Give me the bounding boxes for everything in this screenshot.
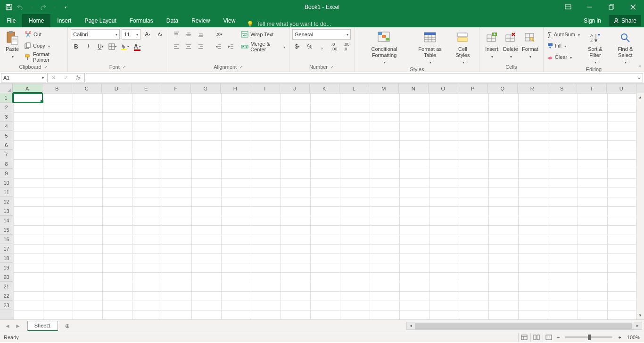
undo-icon[interactable] [15, 2, 25, 12]
delete-cells-dropdown[interactable] [509, 53, 512, 60]
merge-center-button[interactable]: Merge & Center [240, 41, 286, 52]
column-header-J[interactable]: J [280, 84, 310, 93]
tab-formulas[interactable]: Formulas [123, 14, 160, 27]
align-top-button[interactable] [171, 29, 182, 40]
column-header-K[interactable]: K [310, 84, 339, 93]
underline-button[interactable]: U▾ [95, 41, 106, 52]
increase-font-button[interactable]: A▴ [142, 29, 153, 40]
row-header-18[interactable]: 18 [0, 253, 13, 263]
column-header-E[interactable]: E [132, 84, 161, 93]
row-header-9[interactable]: 9 [0, 169, 13, 178]
tab-view[interactable]: View [217, 14, 242, 27]
row-header-17[interactable]: 17 [0, 244, 13, 253]
column-header-Q[interactable]: Q [488, 84, 518, 93]
column-header-D[interactable]: D [102, 84, 132, 93]
enter-formula-button[interactable]: ✓ [60, 74, 72, 81]
format-cells-button[interactable]: Format [520, 29, 540, 60]
increase-decimal-button[interactable]: .0.00 [329, 41, 339, 52]
tab-home[interactable]: Home [22, 14, 50, 27]
merge-dropdown[interactable] [282, 43, 285, 50]
normal-view-button[interactable] [518, 333, 530, 342]
name-box[interactable]: A1▾ [1, 73, 46, 82]
tab-file[interactable]: File [0, 14, 22, 27]
minimize-button[interactable] [579, 0, 601, 14]
row-header-13[interactable]: 13 [0, 206, 13, 216]
paste-dropdown[interactable] [11, 53, 14, 60]
align-right-button[interactable] [196, 41, 206, 52]
tell-me-search[interactable]: 💡 Tell me what you want to do... [242, 21, 336, 27]
cell-styles-dropdown[interactable] [462, 59, 464, 65]
row-header-8[interactable]: 8 [0, 159, 13, 169]
row-header-20[interactable]: 20 [0, 272, 13, 282]
horizontal-scrollbar[interactable]: ◄ ► [406, 322, 642, 330]
conditional-formatting-dropdown[interactable] [383, 59, 386, 65]
clipboard-launcher[interactable]: ⤢ [43, 65, 49, 69]
column-header-T[interactable]: T [577, 84, 607, 93]
scroll-down-button[interactable]: ▼ [636, 311, 644, 319]
delete-cells-button[interactable]: Delete [501, 29, 520, 60]
fill-button[interactable]: Fill [546, 41, 581, 51]
row-header-15[interactable]: 15 [0, 225, 13, 235]
row-header-22[interactable]: 22 [0, 291, 13, 301]
qat-customize-icon[interactable]: ▾ [60, 2, 71, 12]
font-color-button[interactable]: A▾ [132, 41, 142, 52]
cancel-formula-button[interactable]: ✕ [48, 74, 60, 81]
row-header-14[interactable]: 14 [0, 216, 13, 225]
percent-format-button[interactable]: % [305, 41, 315, 52]
tab-page-layout[interactable]: Page Layout [78, 14, 123, 27]
column-header-H[interactable]: H [221, 84, 250, 93]
column-header-I[interactable]: I [250, 84, 280, 93]
sign-in-link[interactable]: Sign in [577, 14, 608, 27]
align-center-button[interactable] [183, 41, 194, 52]
decrease-indent-button[interactable] [214, 41, 224, 52]
align-bottom-button[interactable] [196, 29, 206, 40]
tab-data[interactable]: Data [160, 14, 185, 27]
fill-handle[interactable] [41, 100, 43, 103]
column-header-S[interactable]: S [547, 84, 577, 93]
restore-button[interactable] [601, 0, 622, 14]
row-header-6[interactable]: 6 [0, 140, 13, 150]
row-header-12[interactable]: 12 [0, 197, 13, 206]
cells-grid[interactable] [13, 93, 636, 319]
column-header-N[interactable]: N [399, 84, 429, 93]
tab-insert[interactable]: Insert [50, 14, 78, 27]
row-header-3[interactable]: 3 [0, 112, 13, 122]
row-header-23[interactable]: 23 [0, 301, 13, 310]
column-header-F[interactable]: F [161, 84, 191, 93]
find-select-dropdown[interactable] [624, 59, 627, 65]
row-header-10[interactable]: 10 [0, 178, 13, 188]
column-headers[interactable]: ABCDEFGHIJKLMNOPQRSTU [13, 84, 636, 93]
sheet-tab-active[interactable]: Sheet1 [27, 321, 58, 331]
tab-review[interactable]: Review [185, 14, 216, 27]
scroll-right-button[interactable]: ► [634, 324, 642, 328]
font-name-select[interactable]: Calibri▾ [71, 29, 120, 40]
expand-formula-bar-button[interactable]: ⌄ [637, 76, 641, 80]
zoom-out-button[interactable]: − [555, 335, 561, 340]
save-icon[interactable] [4, 2, 14, 12]
close-button[interactable] [622, 0, 644, 14]
align-middle-button[interactable] [183, 29, 194, 40]
cut-button[interactable]: ✂️Cut [24, 29, 65, 40]
column-header-C[interactable]: C [72, 84, 102, 93]
clear-dropdown[interactable] [569, 54, 572, 60]
column-header-R[interactable]: R [518, 84, 547, 93]
sort-filter-button[interactable]: AZ Sort & Filter [581, 29, 610, 66]
row-header-21[interactable]: 21 [0, 282, 13, 291]
row-header-4[interactable]: 4 [0, 122, 13, 131]
decrease-decimal-button[interactable]: .00.0 [341, 41, 352, 52]
select-all-corner[interactable] [0, 84, 13, 93]
row-header-11[interactable]: 11 [0, 188, 13, 197]
new-sheet-button[interactable]: ⊕ [62, 320, 73, 332]
column-header-L[interactable]: L [339, 84, 369, 93]
row-header-1[interactable]: 1 [0, 93, 13, 103]
row-header-5[interactable]: 5 [0, 131, 13, 140]
clear-button[interactable]: Clear [546, 52, 581, 62]
column-header-A[interactable]: A [13, 84, 42, 93]
zoom-in-button[interactable]: + [616, 335, 623, 340]
undo-dropdown[interactable] [26, 2, 37, 12]
row-header-16[interactable]: 16 [0, 235, 13, 244]
format-painter-button[interactable]: Format Painter [24, 52, 65, 62]
format-cells-dropdown[interactable] [528, 53, 531, 60]
column-header-M[interactable]: M [369, 84, 399, 93]
column-header-P[interactable]: P [458, 84, 488, 93]
